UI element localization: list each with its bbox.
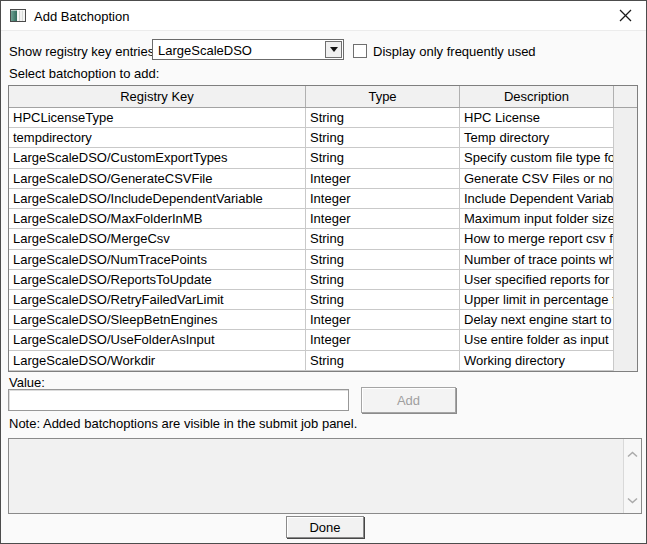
table-row[interactable]: LargeScaleDSO/Workdir String Working dir… <box>9 351 637 371</box>
combo-dropdown-button[interactable] <box>325 41 342 58</box>
table-row[interactable]: LargeScaleDSO/ReportsToUpdate String Use… <box>9 270 637 290</box>
cell-type: String <box>306 128 460 148</box>
cell-type: Integer <box>306 209 460 229</box>
cell-registry-key: LargeScaleDSO/GenerateCSVFile <box>9 169 306 189</box>
close-icon <box>619 9 632 25</box>
table-row[interactable]: LargeScaleDSO/CustomExportTypes String S… <box>9 148 637 168</box>
table-row[interactable]: tempdirectory String Temp directory <box>9 128 637 148</box>
cell-type: String <box>306 270 460 290</box>
cell-description: User specified reports for u... <box>460 270 614 290</box>
scroll-up-icon[interactable] <box>627 444 638 462</box>
add-batchoption-dialog: Add Batchoption Show registry key entrie… <box>0 0 647 544</box>
cell-description: Upper limit in percentage fo... <box>460 290 614 310</box>
cell-description: How to merge report csv files <box>460 229 614 249</box>
cell-type: String <box>306 229 460 249</box>
note-text: Note: Added batchoptions are visible in … <box>9 416 357 431</box>
table-row[interactable]: HPCLicenseType String HPC License <box>9 108 637 128</box>
done-button[interactable]: Done <box>286 516 364 538</box>
table-row[interactable]: LargeScaleDSO/SleepBetnEngines Integer D… <box>9 310 637 330</box>
table-row[interactable]: LargeScaleDSO/NumTracePoints String Numb… <box>9 250 637 270</box>
cell-registry-key: LargeScaleDSO/RetryFailedVarLimit <box>9 290 306 310</box>
column-header-registry-key[interactable]: Registry Key <box>9 86 306 107</box>
value-label: Value: <box>9 375 45 390</box>
cell-type: String <box>306 250 460 270</box>
column-header-filler <box>614 86 637 107</box>
column-header-type[interactable]: Type <box>306 86 460 107</box>
cell-registry-key: LargeScaleDSO/Workdir <box>9 351 306 371</box>
cell-type: Integer <box>306 189 460 209</box>
frequently-used-checkbox[interactable] <box>353 44 367 58</box>
titlebar: Add Batchoption <box>1 1 646 31</box>
column-header-description[interactable]: Description <box>460 86 614 107</box>
cell-registry-key: LargeScaleDSO/UseFolderAsInput <box>9 330 306 350</box>
cell-type: Integer <box>306 330 460 350</box>
cell-description: Include Dependent Variable ... <box>460 189 614 209</box>
cell-registry-key: tempdirectory <box>9 128 306 148</box>
scroll-down-icon[interactable] <box>627 490 638 508</box>
cell-type: String <box>306 290 460 310</box>
registry-entries-select[interactable]: LargeScaleDSO <box>152 39 344 60</box>
chevron-down-icon <box>330 47 338 52</box>
cell-registry-key: HPCLicenseType <box>9 108 306 128</box>
frequently-used-label: Display only frequently used <box>373 44 536 59</box>
cell-registry-key: LargeScaleDSO/ReportsToUpdate <box>9 270 306 290</box>
add-button[interactable]: Add <box>361 387 456 413</box>
added-batchoptions-panel <box>8 438 642 514</box>
select-batchoption-label: Select batchoption to add: <box>9 66 159 81</box>
cell-type: String <box>306 351 460 371</box>
registry-entries-selected-value: LargeScaleDSO <box>158 43 252 58</box>
table-row[interactable]: LargeScaleDSO/GenerateCSVFile Integer Ge… <box>9 169 637 189</box>
cell-description: Working directory <box>460 351 614 371</box>
cell-registry-key: LargeScaleDSO/CustomExportTypes <box>9 148 306 168</box>
close-button[interactable] <box>615 7 635 27</box>
table-row[interactable]: LargeScaleDSO/MaxFolderInMB Integer Maxi… <box>9 209 637 229</box>
cell-description: Temp directory <box>460 128 614 148</box>
window-title: Add Batchoption <box>34 9 129 24</box>
cell-type: String <box>306 148 460 168</box>
cell-description: Generate CSV Files or not <box>460 169 614 189</box>
table-row[interactable]: LargeScaleDSO/RetryFailedVarLimit String… <box>9 290 637 310</box>
app-icon <box>10 9 26 22</box>
cell-type: Integer <box>306 169 460 189</box>
cell-registry-key: LargeScaleDSO/NumTracePoints <box>9 250 306 270</box>
cell-registry-key: LargeScaleDSO/IncludeDependentVariable <box>9 189 306 209</box>
cell-description: HPC License <box>460 108 614 128</box>
table-body: HPCLicenseType String HPC License tempdi… <box>9 108 637 371</box>
table-row[interactable]: LargeScaleDSO/IncludeDependentVariable I… <box>9 189 637 209</box>
cell-type: String <box>306 108 460 128</box>
cell-description: Use entire folder as input <box>460 330 614 350</box>
table-header: Registry Key Type Description <box>9 86 637 108</box>
registry-entries-label: Show registry key entries: <box>9 44 158 59</box>
cell-description: Number of trace points whe... <box>460 250 614 270</box>
vertical-scrollbar[interactable] <box>623 439 641 513</box>
cell-description: Maximum input folder size in... <box>460 209 614 229</box>
value-input[interactable] <box>8 389 349 411</box>
batchoption-table: Registry Key Type Description HPCLicense… <box>8 85 638 372</box>
cell-description: Delay next engine start to a... <box>460 310 614 330</box>
cell-type: Integer <box>306 310 460 330</box>
table-row[interactable]: LargeScaleDSO/MergeCsv String How to mer… <box>9 229 637 249</box>
cell-registry-key: LargeScaleDSO/MaxFolderInMB <box>9 209 306 229</box>
cell-registry-key: LargeScaleDSO/MergeCsv <box>9 229 306 249</box>
cell-description: Specify custom file type for ... <box>460 148 614 168</box>
table-row[interactable]: LargeScaleDSO/UseFolderAsInput Integer U… <box>9 330 637 350</box>
cell-registry-key: LargeScaleDSO/SleepBetnEngines <box>9 310 306 330</box>
